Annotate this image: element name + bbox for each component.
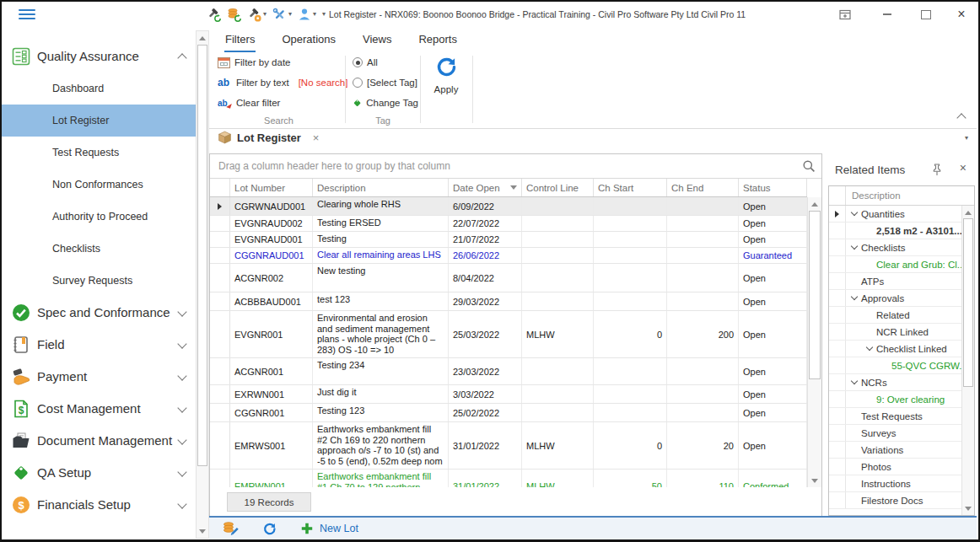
column-header-date-open[interactable]: Date Open <box>449 179 522 196</box>
related-tree-item-variations[interactable]: Variations <box>829 442 961 459</box>
column-header-description[interactable]: Description <box>846 186 974 205</box>
refresh-icon[interactable] <box>262 522 277 536</box>
scrollbar-thumb[interactable] <box>809 211 821 379</box>
sidebar-item-dashboard[interactable]: Dashboard <box>2 72 196 105</box>
related-tree-item-ncrs[interactable]: NCRs <box>829 374 961 391</box>
edit-records-icon[interactable] <box>223 521 239 536</box>
related-tree-item-filestore-docs[interactable]: Filestore Docs <box>829 492 961 509</box>
chevron-down-icon[interactable] <box>866 344 873 351</box>
tag-option-all[interactable]: All <box>347 52 418 72</box>
table-row[interactable]: CGRWNAUD001Clearing whole RHS6/09/2022Op… <box>210 197 807 216</box>
tab-views[interactable]: Views <box>362 30 392 52</box>
clear-filter-button[interactable]: ab Clear filter <box>213 93 345 113</box>
table-row[interactable]: ACBBBAUD001test 12329/03/2022Open <box>210 292 807 311</box>
scroll-up-icon[interactable] <box>962 207 974 218</box>
radio-selected-icon[interactable] <box>353 57 363 67</box>
user-icon[interactable]: ▾ <box>298 8 316 21</box>
chevron-down-icon[interactable] <box>851 209 858 216</box>
project-settings-icon[interactable]: ▾ <box>247 8 267 22</box>
related-tree-item-surveys[interactable]: Surveys <box>829 425 961 442</box>
table-row[interactable]: EVGNRAUD001Testing21/07/2022Open <box>210 232 807 248</box>
pin-icon[interactable] <box>931 164 943 180</box>
close-tab-icon[interactable]: × <box>313 131 320 144</box>
new-lot-button[interactable]: New Lot <box>300 522 358 535</box>
sidebar-section-document-management[interactable]: Document Management <box>2 425 196 457</box>
close-button[interactable]: × <box>953 7 970 22</box>
table-row[interactable]: EXRWN001Just dig it3/03/2022Open <box>210 385 807 404</box>
related-tree-item-photos[interactable]: Photos <box>829 459 961 475</box>
related-tree-item-checklists[interactable]: Checklists <box>829 239 961 256</box>
tab-operations[interactable]: Operations <box>281 30 337 52</box>
search-icon[interactable] <box>802 159 816 175</box>
scrollbar-thumb[interactable] <box>197 45 207 466</box>
related-scrollbar[interactable] <box>961 206 974 515</box>
column-header-description[interactable]: Description <box>313 179 449 196</box>
table-row[interactable]: ACGNR001Testing 23423/03/2022Open <box>210 358 807 385</box>
related-tree-item-quantities[interactable]: Quantities <box>829 206 961 223</box>
column-header-ch-start[interactable]: Ch Start <box>594 179 667 196</box>
sidebar-item-checklists[interactable]: Checklists <box>2 233 196 265</box>
sidebar-scrollbar[interactable] <box>196 30 209 539</box>
related-tree-item-55-qvc-cgrw[interactable]: 55-QVC CGRW... <box>829 357 961 374</box>
radio-icon[interactable] <box>353 78 363 88</box>
quick-access-dropdown-icon[interactable]: ▾ <box>322 11 326 18</box>
table-row[interactable]: EMRWN001Earthworks embankment fill #1 Ch… <box>210 470 807 487</box>
related-tree-item-9-over-clearing[interactable]: 9: Over clearing <box>829 391 961 408</box>
sidebar-section-spec-and-conformance[interactable]: Spec and Conformance <box>2 297 196 329</box>
related-tree-item-clear-and-grub-cl[interactable]: Clear and Grub: Cl... <box>829 256 961 273</box>
related-tree-item-test-requests[interactable]: Test Requests <box>829 408 961 425</box>
scroll-down-icon[interactable] <box>197 525 208 537</box>
menu-icon[interactable] <box>19 9 35 20</box>
sidebar-section-field[interactable]: Field <box>2 329 196 361</box>
related-tree-item-2-518-m2-a3101[interactable]: 2,518 m2 - A3101.... <box>829 223 961 239</box>
close-panel-icon[interactable]: × <box>960 161 967 174</box>
tag-option-select-tag[interactable]: [Select Tag] <box>347 72 418 93</box>
scroll-down-icon[interactable] <box>962 502 974 514</box>
filter-by-date-button[interactable]: Filter by date <box>213 52 345 72</box>
table-row[interactable]: EVGNRAUD002Testing ERSED22/07/2022Open <box>210 216 807 232</box>
new-window-button[interactable] <box>837 7 853 22</box>
group-by-panel[interactable]: Drag a column header here to group by th… <box>210 154 821 179</box>
related-tree-item-instructions[interactable]: Instructions <box>829 475 961 492</box>
related-tree-item-atps[interactable]: ATPs <box>829 273 961 290</box>
sidebar-section-qa-setup[interactable]: QA Setup <box>2 457 196 489</box>
sidebar-section-payment[interactable]: Payment <box>2 361 196 393</box>
related-tree-item-related[interactable]: Related <box>829 307 961 324</box>
grid-scrollbar[interactable] <box>807 197 821 487</box>
data-refresh-icon[interactable] <box>227 8 241 22</box>
scroll-up-icon[interactable] <box>197 32 208 44</box>
column-header-lot-number[interactable]: Lot Number <box>230 179 313 196</box>
sidebar-section-cost-management[interactable]: $Cost Management <box>2 393 196 425</box>
sidebar-item-test-requests[interactable]: Test Requests <box>2 137 196 169</box>
column-header-ch-end[interactable]: Ch End <box>667 179 739 196</box>
minimize-button[interactable] <box>879 7 896 22</box>
sidebar-item-authority-to-proceed[interactable]: Authority to Proceed <box>2 201 196 233</box>
table-row[interactable]: EMRWS001Earthworks embankment fill #2 Ch… <box>210 422 807 470</box>
sidebar-item-lot-register[interactable]: Lot Register <box>2 105 196 137</box>
tab-lot-register[interactable]: Lot Register × <box>218 131 319 144</box>
sidebar-section-financials-setup[interactable]: $Financials Setup <box>2 489 196 521</box>
chevron-down-icon[interactable] <box>851 243 858 250</box>
sidebar-item-non-conformances[interactable]: Non Conformances <box>2 169 196 201</box>
collapse-ribbon-icon[interactable] <box>956 113 966 122</box>
tab-reports[interactable]: Reports <box>417 30 458 52</box>
related-tree-item-approvals[interactable]: Approvals <box>829 290 961 307</box>
tab-filters[interactable]: Filters <box>224 30 256 52</box>
sidebar-section-quality-assurance[interactable]: Quality Assurance <box>2 40 196 72</box>
scroll-down-icon[interactable] <box>808 475 821 486</box>
scrollbar-thumb[interactable] <box>963 218 973 387</box>
table-row[interactable]: CGGNRAUD001Clear all remaining areas LHS… <box>210 248 807 264</box>
column-header-control-line[interactable]: Control Line <box>522 179 594 196</box>
tools-icon[interactable]: ▾ <box>272 8 292 22</box>
table-row[interactable]: ACGNR002New testing8/04/2022Open <box>210 264 807 292</box>
maximize-button[interactable] <box>918 7 934 22</box>
scroll-up-icon[interactable] <box>808 198 821 210</box>
filter-by-text-button[interactable]: ab Filter by text [No search] <box>213 72 345 93</box>
apply-button[interactable]: Apply <box>422 52 471 128</box>
chevron-down-icon[interactable] <box>851 293 858 300</box>
tab-list-dropdown-icon[interactable]: ▾ <box>965 135 968 142</box>
related-tree-item-checklist-linked[interactable]: Checklist Linked <box>829 341 961 357</box>
table-row[interactable]: EVGNR001Environmental and erosion and se… <box>210 311 807 358</box>
sidebar-item-survey-requests[interactable]: Survey Requests <box>2 265 196 297</box>
chevron-down-icon[interactable] <box>851 378 858 384</box>
